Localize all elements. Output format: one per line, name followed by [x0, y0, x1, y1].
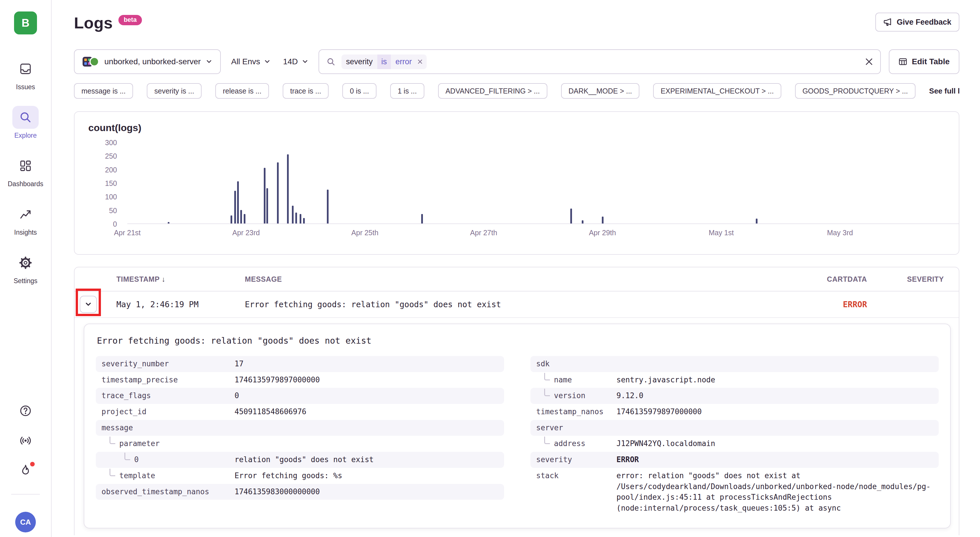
beta-badge: beta [118, 15, 142, 25]
tree-connector-icon [544, 437, 550, 444]
detail-field-row: trace_flags0 [96, 388, 504, 404]
chart-bar [244, 214, 245, 223]
detail-field-row: stackerror: relation "goods" does not ex… [530, 468, 939, 516]
detail-field-row: message [96, 420, 504, 436]
token-value: error [391, 54, 416, 69]
give-feedback-button[interactable]: Give Feedback [875, 13, 959, 32]
detail-field-key: 0 [102, 454, 234, 465]
chart-title: count(logs) [88, 122, 945, 133]
detail-left-column: severity_number17timestamp_precise174613… [96, 356, 504, 500]
whats-new-flame-icon[interactable] [20, 464, 31, 477]
detail-field-key: stack [536, 470, 616, 481]
detail-field-row: sdk [530, 356, 939, 372]
table-row[interactable]: May 1, 2:46:19 PM Error fetching goods: … [75, 292, 959, 318]
detail-field-value: 1746135983000000000 [234, 486, 320, 497]
sidebar-item-insights[interactable]: Insights [12, 203, 39, 236]
filter-chip[interactable]: DARK__MODE > ... [561, 83, 640, 99]
sidebar-item-explore[interactable]: Explore [12, 106, 39, 139]
detail-field-row: severityERROR [530, 452, 939, 468]
filter-chip[interactable]: severity is ... [147, 83, 202, 99]
search-input[interactable]: severity is error [318, 49, 881, 74]
detail-field-row: timestamp_precise1746135979897000000 [96, 372, 504, 388]
detail-field-row: 0relation "goods" does not exist [96, 452, 504, 468]
chart-bar [582, 220, 584, 223]
environment-selector[interactable]: All Envs [229, 57, 273, 66]
tree-connector-icon [110, 469, 115, 476]
page-header: Logs beta Give Feedback [74, 13, 959, 35]
tree-connector-icon [544, 389, 550, 396]
filter-chip[interactable]: EXPERIMENTAL_CHECKOUT > ... [653, 83, 781, 99]
detail-field-row: addressJ12PWN42YQ.localdomain [530, 436, 939, 452]
detail-field-row: templateError fetching goods: %s [96, 468, 504, 484]
edit-table-button[interactable]: Edit Table [889, 49, 959, 74]
column-header-timestamp[interactable]: TIMESTAMP ↓ [116, 275, 245, 284]
detail-field-key: timestamp_nanos [536, 406, 616, 417]
y-axis-label: 300 [105, 139, 117, 147]
detail-field-key: version [536, 390, 616, 401]
x-axis-label: Apr 21st [114, 229, 140, 237]
user-avatar[interactable]: CA [15, 512, 36, 532]
detail-field-key: timestamp_precise [102, 374, 234, 386]
issues-icon [12, 57, 39, 80]
detail-field-value: relation "goods" does not exist [234, 454, 374, 465]
filter-chip[interactable]: 0 is ... [342, 83, 377, 99]
column-header-expand [75, 267, 116, 291]
detail-field-value: 4509118548606976 [234, 406, 306, 417]
page-title: Logs [74, 13, 113, 33]
see-full-list-link[interactable]: See full list [929, 87, 959, 96]
detail-field-value: 0 [234, 390, 239, 401]
gear-icon [12, 251, 39, 274]
detail-field-key: name [536, 374, 616, 386]
tree-connector-icon [124, 453, 130, 460]
chart-x-axis: Apr 21stApr 23rdApr 25thApr 27thApr 29th… [127, 229, 959, 239]
search-filter-token[interactable]: severity is error [342, 54, 427, 69]
sidebar-item-label: Issues [16, 83, 35, 91]
clear-search-icon[interactable] [865, 58, 873, 65]
filter-chip[interactable]: GOODS_PRODUCTQUERY > ... [795, 83, 915, 99]
project-selector-label: unborked, unborked-server [104, 57, 201, 66]
detail-field-value: 9.12.0 [616, 390, 643, 401]
x-axis-label: Apr 29th [589, 229, 616, 237]
detail-field-key: severity [536, 454, 616, 465]
chart-bar [234, 191, 236, 223]
filter-chip[interactable]: trace is ... [283, 83, 329, 99]
filter-chip[interactable]: 1 is ... [390, 83, 424, 99]
detail-columns: severity_number17timestamp_precise174613… [96, 356, 939, 516]
org-logo[interactable]: B [14, 11, 37, 34]
filter-chip[interactable]: message is ... [74, 83, 133, 99]
chart-bar [240, 210, 242, 223]
detail-field-value: 17 [234, 359, 243, 370]
megaphone-icon [883, 18, 892, 26]
sidebar-item-settings[interactable]: Settings [12, 251, 39, 285]
detail-field-key: severity_number [102, 359, 234, 370]
expand-row-button[interactable] [80, 296, 97, 313]
token-remove-icon[interactable] [416, 56, 426, 67]
project-selector[interactable]: unborked, unborked-server [74, 49, 221, 74]
table-header: TIMESTAMP ↓ MESSAGE CARTDATA SEVERITY [75, 267, 959, 292]
x-axis-label: May 1st [709, 229, 734, 237]
detail-field-key: address [536, 438, 616, 449]
chevron-down-icon [302, 59, 308, 65]
broadcast-icon[interactable] [19, 434, 32, 447]
chart-plot [127, 143, 959, 224]
platform-icons [83, 57, 99, 67]
tree-connector-icon [544, 373, 550, 380]
chart-bar [292, 206, 294, 223]
filter-chip[interactable]: ADVANCED_FILTERING > ... [438, 83, 547, 99]
filter-chip[interactable]: release is ... [215, 83, 269, 99]
detail-right-column: sdknamesentry.javascript.nodeversion9.12… [530, 356, 939, 516]
notification-dot [30, 462, 35, 467]
sidebar-item-issues[interactable]: Issues [12, 57, 39, 91]
detail-title: Error fetching goods: relation "goods" d… [97, 336, 939, 346]
help-icon[interactable] [19, 405, 32, 417]
y-axis-label: 0 [113, 220, 117, 228]
row-message: Error fetching goods: relation "goods" d… [245, 300, 772, 309]
dashboards-icon [12, 155, 39, 177]
detail-field-row: project_id4509118548606976 [96, 404, 504, 420]
sidebar-item-dashboards[interactable]: Dashboards [8, 155, 43, 188]
chart-bar [327, 190, 329, 223]
chart-panel: count(logs) 050100150200250300 Apr 21stA… [74, 111, 959, 255]
chart-bar [303, 218, 305, 223]
date-range-selector[interactable]: 14D [281, 57, 310, 66]
detail-field-value: Error fetching goods: %s [234, 470, 342, 481]
